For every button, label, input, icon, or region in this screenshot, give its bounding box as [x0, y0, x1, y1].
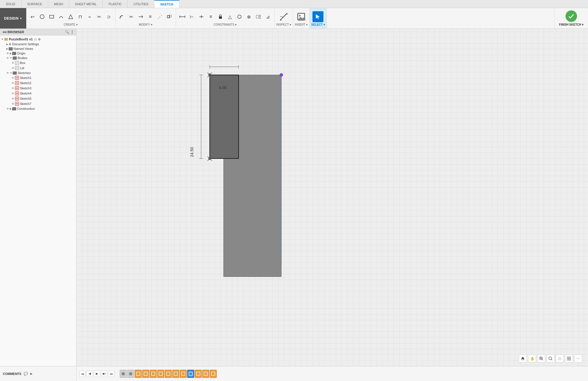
insert-label[interactable]: INSERT ▾ [295, 23, 308, 27]
tree-item-named-views[interactable]: ▶ Named Views [0, 46, 76, 51]
timeline-prev-button[interactable]: ◀ [87, 371, 93, 377]
dimension-tool[interactable] [178, 12, 187, 21]
trim-tool[interactable]: ✂ [127, 12, 136, 21]
tree-item-sketch5[interactable]: 👁 Sketch5 [0, 96, 76, 101]
arc-tool[interactable] [57, 12, 66, 21]
constraints-label[interactable]: CONSTRAINTS ▾ [214, 23, 237, 27]
tree-item-sketch4[interactable]: 👁 Sketch4 [0, 91, 76, 96]
timeline-item-6[interactable] [157, 370, 164, 378]
tab-utilities[interactable]: UTILITIES [128, 0, 154, 8]
timeline-item-9[interactable] [180, 370, 187, 378]
midpoint-tool[interactable] [235, 12, 244, 21]
tree-item-lid[interactable]: 👁 Lid [0, 65, 76, 71]
eye-icon-sketches[interactable]: 👁 [6, 71, 9, 75]
tree-item-construction[interactable]: 👁 ▶ Construction [0, 106, 76, 111]
tab-surface[interactable]: SURFACE [21, 0, 48, 8]
finish-sketch-button[interactable]: FINISH SKETCH ▾ [554, 8, 588, 29]
bracket-tool[interactable]: ⊓ [76, 12, 85, 21]
timeline-item-13[interactable] [210, 370, 217, 378]
eye-icon-sketch3[interactable]: 👁 [12, 87, 14, 90]
browser-menu-icon[interactable]: ⋮ [70, 30, 74, 34]
select-tool[interactable] [312, 11, 323, 22]
timeline-item-3[interactable] [135, 370, 142, 378]
browser-search-icon[interactable]: 🔍 [65, 30, 69, 34]
timeline-item-1[interactable] [120, 370, 127, 378]
timeline-item-10-active[interactable] [187, 370, 194, 378]
tree-item-sketch1[interactable]: 👁 Sketch1 [0, 75, 76, 80]
tab-sketch[interactable]: SKETCH [154, 0, 179, 8]
eye-icon-box[interactable]: 👁 [12, 61, 14, 65]
timeline-end-button[interactable]: ⏭ [108, 371, 115, 377]
measure-tool[interactable] [279, 12, 288, 21]
tree-item-root[interactable]: ▼ PuzzleBox01 v1 v1 ⚙ [0, 37, 76, 42]
search-view-icon[interactable] [546, 354, 555, 363]
timeline-item-12[interactable] [202, 370, 209, 378]
coincident-tool[interactable]: ⊢ [187, 12, 196, 21]
scissors-tool[interactable]: ✂ [95, 12, 104, 21]
timeline-item-7[interactable] [165, 370, 172, 378]
tab-mesh[interactable]: MESH [48, 0, 69, 8]
horizontal-tool[interactable] [254, 12, 263, 21]
timeline-play-button[interactable]: ▶ [94, 371, 100, 377]
project-tool[interactable] [165, 12, 174, 21]
select-label[interactable]: SELECT ▾ [311, 23, 325, 27]
eye-icon-sketch2[interactable]: 👁 [12, 82, 14, 85]
eye-icon-origin[interactable]: 👁 [6, 52, 9, 55]
tab-sheet-metal[interactable]: SHEET METAL [69, 0, 103, 8]
equal-tool[interactable]: ≡ [206, 12, 216, 21]
create-label[interactable]: CREATE ▾ [64, 23, 78, 27]
timeline-next-button[interactable]: ▶| [101, 371, 107, 377]
offset-tool[interactable]: ≡ [146, 12, 155, 21]
grid-display-icon[interactable] [565, 354, 573, 363]
circle-tool[interactable] [38, 12, 47, 21]
timeline-item-4[interactable] [142, 370, 149, 378]
collinear-tool[interactable] [197, 12, 206, 21]
eye-icon-bodies[interactable]: 👁 [6, 56, 9, 60]
zoom-icon[interactable] [537, 354, 545, 363]
tree-item-sketch3[interactable]: 👁 Sketch3 [0, 86, 76, 91]
tab-plastic[interactable]: PLASTIC [103, 0, 128, 8]
triangle-tool[interactable] [66, 12, 75, 21]
tree-item-sketch2[interactable]: 👁 Sketch2 [0, 80, 76, 86]
pan-icon[interactable]: ✋ [528, 354, 536, 363]
more-settings-icon[interactable]: ⋯ [574, 354, 582, 363]
eye-icon-sketch1[interactable]: 👁 [12, 76, 14, 80]
display-settings-icon[interactable]: ⬡ [556, 354, 564, 363]
inspect-label[interactable]: INSPECT ▾ [276, 23, 291, 27]
eye-icon-construction[interactable]: 👁 [6, 107, 9, 110]
tangent-tool[interactable]: △ [225, 12, 235, 21]
timeline-item-8[interactable] [172, 370, 179, 378]
tree-item-doc-settings[interactable]: ▶ ⚙ Document Settings [0, 42, 76, 46]
eye-icon-sketch5[interactable]: 👁 [12, 97, 14, 100]
rectangle-tool[interactable] [47, 12, 56, 21]
smooth-tool[interactable]: ⊿ [263, 12, 273, 21]
wave-tool[interactable]: ⌁ [85, 12, 94, 21]
root-settings-icon[interactable]: ⚙ [38, 38, 41, 41]
fillet-tool[interactable] [117, 12, 126, 21]
eye-icon-sketch4[interactable]: 👁 [12, 92, 14, 95]
comments-icon[interactable]: 💬 [24, 372, 28, 376]
eye-icon-sketch7[interactable]: 👁 [12, 102, 14, 105]
tree-item-box[interactable]: 👁 Box [0, 60, 76, 65]
tree-item-sketches[interactable]: 👁 ▼ Sketches [0, 71, 76, 75]
undo-tool[interactable]: ↩ [28, 12, 37, 21]
comments-expand-icon[interactable]: ▶ [30, 372, 33, 375]
mirror-tool[interactable]: ⋰ [155, 12, 164, 21]
eye-icon-lid[interactable]: 👁 [12, 67, 14, 70]
timeline-back-button[interactable]: ⏮ [79, 371, 86, 377]
timeline-item-2[interactable] [127, 370, 134, 378]
home-view-icon[interactable] [519, 354, 527, 363]
tree-item-origin[interactable]: 👁 ▶ Origin [0, 51, 76, 56]
perpendicular-tool[interactable]: ⊗ [244, 12, 254, 21]
arc2-tool[interactable]: ⊃ [104, 12, 113, 21]
timeline-item-5[interactable] [150, 370, 157, 378]
tab-solid[interactable]: SOLID [0, 0, 21, 8]
insert-image-tool[interactable] [297, 12, 306, 21]
design-button[interactable]: DESIGN ▼ [0, 8, 26, 29]
tree-item-sketch7[interactable]: 👁 Sketch7 [0, 101, 76, 106]
tree-item-bodies[interactable]: 👁 ▼ Bodies [0, 56, 76, 60]
viewport-canvas[interactable]: 4.00 24.50 ✋ ⬡ ⋯ [76, 29, 588, 366]
timeline-item-11[interactable] [195, 370, 202, 378]
lock-tool[interactable] [216, 12, 225, 21]
modify-label[interactable]: MODIFY ▾ [139, 23, 152, 27]
